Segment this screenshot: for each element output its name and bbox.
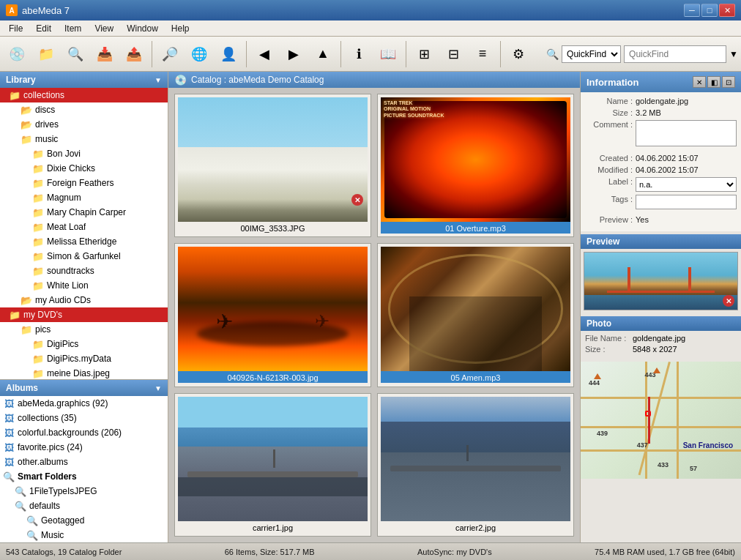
- tree-item-meat-loaf[interactable]: 📁 Meat Loaf: [0, 220, 168, 234]
- map-red-road: [648, 397, 650, 444]
- info-title: Information: [587, 77, 639, 88]
- view-large-button[interactable]: ⊞: [410, 40, 438, 68]
- tree-item-foreign-feathers[interactable]: 📁 Foreign Feathers: [0, 176, 168, 190]
- photo-filename-label: File Name :: [585, 334, 633, 343]
- library-expand-icon[interactable]: ▼: [154, 76, 162, 84]
- thumb-item-album[interactable]: 05 Amen.mp3: [377, 243, 574, 387]
- tree-item-audio-cds[interactable]: 📂 my Audio CDs: [0, 293, 168, 307]
- map-box[interactable]: 444 443 439 437 433 57 San Francisco: [581, 362, 741, 479]
- tree-item-collections[interactable]: 📁 collections: [0, 88, 168, 102]
- catalog-button[interactable]: 📖: [374, 40, 402, 68]
- thumbnail-grid[interactable]: ✕ 00IMG_3533.JPG STAR TREKORIGINAL MOTIO…: [168, 88, 580, 542]
- library-header: Library ▼: [0, 72, 168, 88]
- tree-item-music[interactable]: 📁 music: [0, 132, 168, 146]
- persons-button[interactable]: 👤: [215, 40, 242, 68]
- map-label-57: 57: [690, 465, 697, 472]
- library-title: Library: [6, 75, 36, 85]
- scan-button[interactable]: 🔍: [62, 40, 89, 68]
- meine-dias-icon: 📁: [32, 367, 44, 379]
- music-label: music: [35, 134, 58, 144]
- back-button[interactable]: ◀: [250, 40, 278, 68]
- preview-image: ✕: [584, 253, 737, 310]
- dixie-chicks-label: Dixie Chicks: [47, 163, 95, 173]
- tags-input[interactable]: [636, 195, 737, 209]
- bridge-tower-right: [688, 267, 691, 293]
- status-bar: 543 Catalogs, 19 Catalog Folder 66 Items…: [0, 542, 741, 560]
- tree-item-magnum[interactable]: 📁 Magnum: [0, 190, 168, 205]
- tree-item-dvds[interactable]: 📁 my DVD's: [0, 307, 168, 322]
- digipics-icon: 📁: [32, 338, 44, 350]
- tree-item-digipics-mydata[interactable]: 📁 DigiPics.myData: [0, 351, 168, 366]
- thumb-item-carrier2[interactable]: carrier2.jpg: [377, 393, 574, 537]
- thumb-item-planes[interactable]: ✈ ✈ 040926-N-6213R-003.jpg: [174, 243, 371, 387]
- smart-folder-defaults[interactable]: 🔍 defaults: [0, 499, 168, 513]
- info-float-button[interactable]: ⊡: [722, 76, 735, 88]
- menu-help[interactable]: Help: [165, 22, 196, 35]
- album-abemeda-graphics[interactable]: 🖼 abeMeda.graphics (92): [0, 396, 168, 411]
- album-other-albums[interactable]: 🖼 other.albums: [0, 455, 168, 469]
- info-dock-button[interactable]: ◧: [707, 76, 720, 88]
- web-button[interactable]: 🌐: [185, 40, 213, 68]
- menu-edit[interactable]: Edit: [30, 22, 57, 35]
- info-row-tags: Tags :: [585, 195, 737, 209]
- smart-folder-filetype[interactable]: 🔍 1FileTypeIsJPEG: [0, 484, 168, 499]
- thumb-item-starwars[interactable]: STAR TREKORIGINAL MOTIONPICTURE SOUNDTRA…: [377, 94, 574, 237]
- thumb-item-carrier1[interactable]: carrier1.jpg: [174, 393, 371, 537]
- album-label-2: collections (35): [18, 413, 77, 423]
- name-value: goldengate.jpg: [636, 97, 737, 105]
- label-select[interactable]: n.a.: [636, 177, 737, 192]
- minimize-button[interactable]: ─: [684, 4, 700, 17]
- album-colorful-backgrounds[interactable]: 🖼 colorful.backgrounds (206): [0, 425, 168, 440]
- tree-item-soundtracks[interactable]: 📁 soundtracks: [0, 264, 168, 278]
- album-label-4: favorite.pics (24): [18, 442, 83, 452]
- album-favorite-pics[interactable]: 🖼 favorite.pics (24): [0, 440, 168, 455]
- add-catalog-button[interactable]: 💿: [3, 40, 31, 68]
- simon-garfunkel-label: Simon & Garfunkel: [47, 251, 121, 261]
- tree-item-mary-chapin[interactable]: 📁 Mary Chapin Carper: [0, 205, 168, 220]
- tree-item-simon-garfunkel[interactable]: 📁 Simon & Garfunkel: [0, 249, 168, 264]
- menu-item[interactable]: Item: [59, 22, 87, 35]
- album-collections[interactable]: 🖼 collections (35): [0, 411, 168, 425]
- tree-item-melissa[interactable]: 📁 Melissa Etheridge: [0, 234, 168, 249]
- tree-item-dixie-chicks[interactable]: 📁 Dixie Chicks: [0, 161, 168, 176]
- add-folder-button[interactable]: 📁: [32, 40, 60, 68]
- search-input[interactable]: [624, 45, 726, 63]
- view-grid-button[interactable]: ⊟: [439, 40, 467, 68]
- albums-expand-icon[interactable]: ▼: [154, 384, 162, 392]
- tree-item-meine-dias[interactable]: 📁 meine Dias.jpeg: [0, 366, 168, 379]
- up-button[interactable]: ▲: [309, 40, 337, 68]
- map-triangle-1: [594, 373, 601, 379]
- bon-jovi-label: Bon Jovi: [47, 149, 81, 159]
- forward-button[interactable]: ▶: [280, 40, 308, 68]
- map-label-444: 444: [589, 379, 600, 387]
- menu-window[interactable]: Window: [121, 22, 164, 35]
- tree-item-discs[interactable]: 📂 discs: [0, 102, 168, 117]
- tree-item-drives[interactable]: 📂 drives: [0, 117, 168, 132]
- tree-item-digipics[interactable]: 📁 DigiPics: [0, 337, 168, 351]
- search-mode-select[interactable]: QuickFind: [562, 45, 621, 63]
- settings-button[interactable]: ⚙: [504, 40, 532, 68]
- thumb-filename-mountain: 00IMG_3533.JPG: [178, 222, 368, 234]
- menu-view[interactable]: View: [89, 22, 119, 35]
- tree-item-white-lion[interactable]: 📁 White Lion: [0, 278, 168, 293]
- export-button[interactable]: 📤: [120, 40, 148, 68]
- preview-box: ✕: [584, 252, 738, 310]
- tree-item-pics[interactable]: 📁 pics: [0, 322, 168, 337]
- thumb-item-mountain[interactable]: ✕ 00IMG_3533.JPG: [174, 94, 371, 237]
- import-button[interactable]: 📥: [91, 40, 119, 68]
- info-close-button[interactable]: ✕: [693, 76, 706, 88]
- tree-item-bon-jovi[interactable]: 📁 Bon Jovi: [0, 146, 168, 161]
- close-button[interactable]: ✕: [719, 4, 735, 17]
- smart-folder-music[interactable]: 🔍 Music: [0, 528, 168, 542]
- view-list-button[interactable]: ≡: [469, 40, 496, 68]
- search-button[interactable]: 🔎: [156, 40, 184, 68]
- comment-textarea[interactable]: [636, 120, 737, 146]
- photo-size-label: Size :: [585, 345, 633, 354]
- info-button[interactable]: ℹ: [345, 40, 373, 68]
- maximize-button[interactable]: □: [701, 4, 718, 17]
- search-dropdown-icon[interactable]: ▼: [729, 49, 738, 59]
- menu-file[interactable]: File: [3, 22, 29, 35]
- smart-folder-geotagged[interactable]: 🔍 Geotagged: [0, 513, 168, 528]
- bridge-tower-left: [628, 267, 630, 293]
- smart-folders-item[interactable]: 🔍 Smart Folders: [0, 469, 168, 484]
